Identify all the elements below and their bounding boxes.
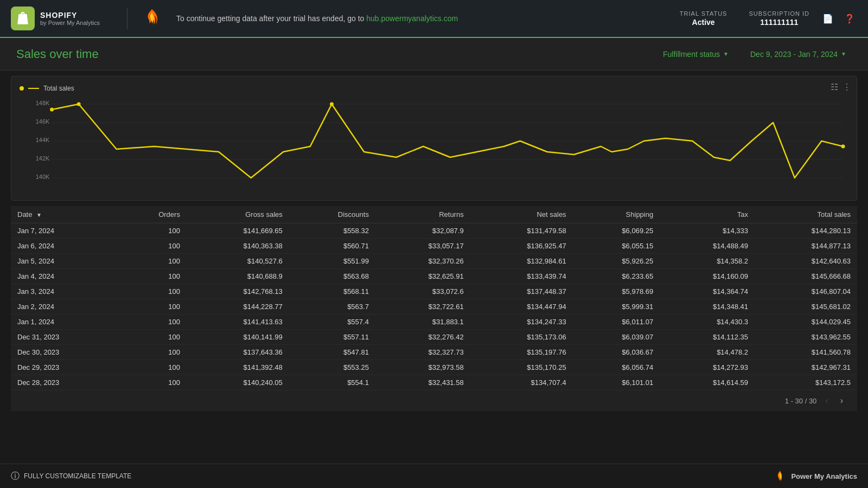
subscription-id-value: 111111111 — [760, 18, 798, 27]
export-icon[interactable]: ☷ — [831, 82, 838, 92]
trial-status-block: TRIAL STATUS Active — [680, 10, 727, 27]
table-cell: $140,363.38 — [187, 239, 289, 254]
table-cell: $143,172.5 — [755, 375, 857, 390]
shopify-text: SHOPIFY by Power My Analytics — [40, 11, 100, 26]
pma-logo — [138, 7, 165, 30]
table-cell: Dec 29, 2023 — [11, 360, 119, 375]
trial-status-value: Active — [692, 18, 715, 27]
svg-text:142K: 142K — [36, 155, 50, 162]
table-cell: $134,247.33 — [470, 314, 573, 330]
table-cell: $135,170.25 — [470, 360, 573, 375]
col-orders[interactable]: Orders — [119, 206, 187, 223]
table-cell: $557.11 — [289, 330, 375, 345]
footer: ⓘ FULLY CUSTOMIZABLE TEMPLATE Power My A… — [0, 464, 868, 488]
table-cell: $6,069.25 — [573, 223, 660, 239]
table-cell: $134,447.94 — [470, 299, 573, 314]
table-cell: $141,392.48 — [187, 360, 289, 375]
next-page-button[interactable]: › — [837, 395, 846, 407]
page-title: Sales over time — [16, 47, 658, 61]
subscription-id-label: SUBSCRIPTION ID — [749, 10, 809, 17]
col-date[interactable]: Date ▼ — [11, 206, 119, 223]
hub-link[interactable]: hub.powermyanalytics.com — [366, 14, 458, 23]
table-row: Dec 31, 2023100$140,141.99$557.11$32,276… — [11, 330, 857, 345]
svg-text:146K: 146K — [36, 118, 50, 125]
legend-line — [28, 88, 39, 89]
table-row: Dec 28, 2023100$140,240.05$554.1$32,431.… — [11, 375, 857, 390]
svg-text:144K: 144K — [36, 137, 50, 143]
table-cell: $32,431.58 — [375, 375, 470, 390]
table-row: Jan 3, 2024100$142,768.13$568.11$33,072.… — [11, 284, 857, 299]
table-cell: Jan 7, 2024 — [11, 223, 119, 239]
table-cell: $547.81 — [289, 345, 375, 360]
col-shipping[interactable]: Shipping — [573, 206, 660, 223]
table-cell: $31,883.1 — [375, 314, 470, 330]
svg-point-11 — [50, 108, 54, 112]
trial-info: TRIAL STATUS Active SUBSCRIPTION ID 1111… — [680, 10, 809, 27]
subscription-id-block: SUBSCRIPTION ID 111111111 — [749, 10, 809, 27]
table-cell: $6,056.74 — [573, 360, 660, 375]
table-cell: 100 — [119, 254, 187, 269]
table-cell: $143,962.55 — [755, 330, 857, 345]
table-cell: $6,011.07 — [573, 314, 660, 330]
fulfillment-filter[interactable]: Fulfillment status ▼ — [658, 47, 734, 62]
table-cell: Jan 4, 2024 — [11, 269, 119, 284]
table-cell: $5,978.69 — [573, 284, 660, 299]
table-cell: 100 — [119, 284, 187, 299]
table-cell: $6,039.07 — [573, 330, 660, 345]
table-cell: $133,439.74 — [470, 269, 573, 284]
table-cell: $553.25 — [289, 360, 375, 375]
table-cell: $32,370.26 — [375, 254, 470, 269]
filter-group: Fulfillment status ▼ Dec 9, 2023 - Jan 7… — [658, 47, 852, 62]
help-icon[interactable]: ❓ — [842, 11, 857, 26]
document-icon[interactable]: 📄 — [820, 11, 835, 26]
col-gross-sales[interactable]: Gross sales — [187, 206, 289, 223]
table-cell: $32,327.73 — [375, 345, 470, 360]
table-cell: $142,640.63 — [755, 254, 857, 269]
table-cell: $144,280.13 — [755, 223, 857, 239]
table-cell: $141,669.65 — [187, 223, 289, 239]
table-cell: $14,272.93 — [660, 360, 755, 375]
table-cell: $142,967.31 — [755, 360, 857, 375]
col-total-sales[interactable]: Total sales — [755, 206, 857, 223]
table-cell: $144,228.77 — [187, 299, 289, 314]
chart-toolbar: ☷ ⋮ — [831, 82, 851, 92]
col-discounts[interactable]: Discounts — [289, 206, 375, 223]
table-cell: Jan 3, 2024 — [11, 284, 119, 299]
footer-left: ⓘ FULLY CUSTOMIZABLE TEMPLATE — [11, 471, 131, 482]
table-cell: 100 — [119, 299, 187, 314]
table-cell: $142,768.13 — [187, 284, 289, 299]
table-cell: $14,112.35 — [660, 330, 755, 345]
more-options-icon[interactable]: ⋮ — [843, 82, 851, 92]
table-cell: $14,430.3 — [660, 314, 755, 330]
chart-legend: Total sales — [20, 85, 848, 92]
table-cell: $135,197.76 — [470, 345, 573, 360]
table-cell: $551.99 — [289, 254, 375, 269]
prev-page-button[interactable]: ‹ — [822, 395, 831, 407]
table-cell: $32,722.61 — [375, 299, 470, 314]
table-cell: 100 — [119, 360, 187, 375]
table-row: Jan 4, 2024100$140,688.9$563.68$32,625.9… — [11, 269, 857, 284]
pma-footer-icon — [774, 470, 787, 483]
header-divider — [127, 8, 127, 29]
table-row: Jan 1, 2024100$141,413.63$557.4$31,883.1… — [11, 314, 857, 330]
trial-notice: To continue getting data after your tria… — [176, 14, 680, 23]
table-cell: $568.11 — [289, 284, 375, 299]
table-cell: $145,681.02 — [755, 299, 857, 314]
table-cell: $560.71 — [289, 239, 375, 254]
table-cell: 100 — [119, 223, 187, 239]
col-returns[interactable]: Returns — [375, 206, 470, 223]
chevron-down-icon: ▼ — [723, 51, 729, 57]
table-cell: $554.1 — [289, 375, 375, 390]
table-row: Jan 2, 2024100$144,228.77$563.7$32,722.6… — [11, 299, 857, 314]
col-tax[interactable]: Tax — [660, 206, 755, 223]
svg-point-14 — [841, 145, 845, 149]
customizable-label: FULLY CUSTOMIZABLE TEMPLATE — [24, 472, 131, 480]
table-cell: $134,707.4 — [470, 375, 573, 390]
table-cell: $14,348.41 — [660, 299, 755, 314]
col-net-sales[interactable]: Net sales — [470, 206, 573, 223]
date-filter[interactable]: Dec 9, 2023 - Jan 7, 2024 ▼ — [745, 47, 852, 62]
svg-text:148K: 148K — [36, 100, 50, 106]
trial-status-label: TRIAL STATUS — [680, 10, 727, 17]
table-cell: $14,364.74 — [660, 284, 755, 299]
table-cell: $140,527.6 — [187, 254, 289, 269]
